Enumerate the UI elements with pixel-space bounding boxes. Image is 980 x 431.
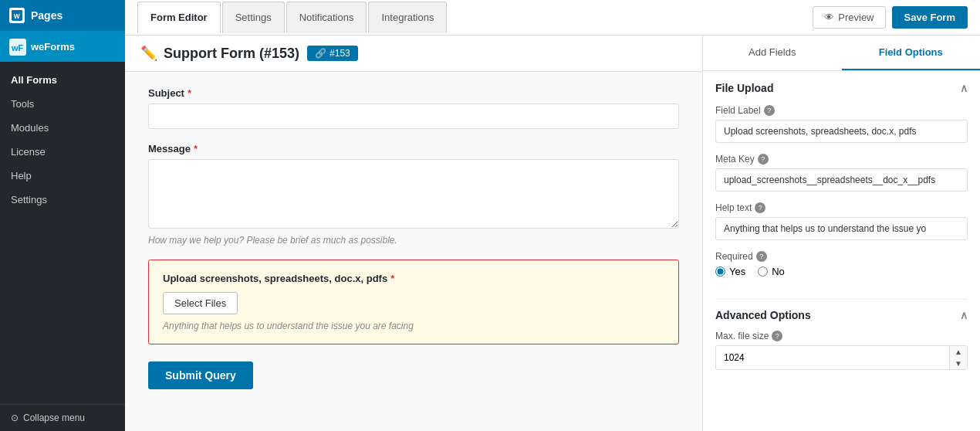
meta-key-help-icon[interactable]: ? [758, 154, 769, 165]
form-title: ✏️ Support Form (#153) [140, 45, 299, 62]
sidebar-pages[interactable]: W Pages [0, 0, 125, 31]
section-collapse-icon[interactable]: ∧ [960, 82, 968, 94]
subject-label: Subject * [148, 87, 679, 99]
tab-notifications[interactable]: Notifications [286, 2, 367, 33]
required-label: Required ? [715, 251, 968, 262]
max-file-size-label: Max. file size ? [715, 331, 968, 341]
collapse-icon: ⊙ [11, 412, 19, 423]
help-text-input[interactable] [715, 217, 968, 240]
field-label-help-icon[interactable]: ? [764, 105, 775, 116]
meta-key-label: Meta Key ? [715, 154, 968, 165]
help-text-help-icon[interactable]: ? [755, 202, 765, 213]
spinner-down-button[interactable]: ▼ [950, 358, 967, 369]
message-required-star: * [194, 143, 198, 154]
panel-tabs: Add Fields Field Options [703, 36, 980, 71]
sidebar: W Pages wF weForms All Forms Tools Modul… [0, 0, 125, 431]
help-text-label: Help text ? [715, 202, 968, 213]
tab-settings[interactable]: Settings [222, 2, 285, 33]
meta-key-group: Meta Key ? [715, 154, 968, 192]
tab-field-options[interactable]: Field Options [842, 36, 981, 70]
sidebar-item-settings[interactable]: Settings [0, 188, 125, 212]
field-options-section: File Upload ∧ Field Label ? Meta Key ? [703, 71, 980, 299]
max-file-size-input-wrap: ▲ ▼ [715, 345, 968, 370]
form-header: ✏️ Support Form (#153) 🔗 #153 [125, 36, 702, 72]
field-label-input[interactable] [715, 120, 968, 143]
preview-eye-icon: 👁 [824, 12, 834, 23]
message-helper: How may we help you? Please be brief as … [148, 235, 679, 246]
form-canvas: Subject * Message * How may we help you?… [125, 72, 702, 405]
message-label: Message * [148, 143, 679, 154]
sidebar-nav: All Forms Tools Modules License Help Set… [0, 62, 125, 404]
edit-pencil-icon: ✏️ [140, 45, 157, 62]
top-nav-actions: 👁 Preview Save Form [813, 6, 968, 29]
message-field-group: Message * How may we help you? Please be… [148, 143, 679, 246]
message-textarea[interactable] [148, 159, 679, 229]
tab-add-fields[interactable]: Add Fields [703, 36, 842, 70]
right-panel: Add Fields Field Options File Upload ∧ F… [702, 36, 980, 431]
top-nav: Form Editor Settings Notifications Integ… [125, 0, 980, 36]
svg-text:wF: wF [11, 43, 24, 53]
tab-integrations[interactable]: Integrations [368, 2, 447, 33]
spinner-up-button[interactable]: ▲ [950, 346, 967, 358]
required-no-radio[interactable] [758, 266, 768, 277]
meta-key-input[interactable] [715, 168, 968, 192]
pages-label: Pages [31, 9, 63, 22]
file-upload-required-star: * [390, 273, 394, 284]
main-area: Form Editor Settings Notifications Integ… [125, 0, 980, 431]
max-file-size-group: Max. file size ? ▲ ▼ [715, 331, 968, 370]
collapse-label: Collapse menu [23, 412, 85, 423]
help-text-group: Help text ? [715, 202, 968, 240]
tab-form-editor[interactable]: Form Editor [137, 2, 221, 33]
file-upload-helper: Anything that helps us to understand the… [163, 321, 664, 331]
field-label-label: Field Label ? [715, 105, 968, 116]
required-no-option[interactable]: No [758, 266, 785, 277]
sidebar-item-tools[interactable]: Tools [0, 92, 125, 116]
svg-text:W: W [14, 12, 20, 20]
form-id-badge[interactable]: 🔗 #153 [307, 46, 358, 61]
max-file-size-input[interactable] [716, 346, 949, 369]
save-form-button[interactable]: Save Form [892, 6, 968, 29]
form-area: ✏️ Support Form (#153) 🔗 #153 Subject * [125, 36, 702, 431]
select-files-button[interactable]: Select Files [163, 292, 238, 314]
weforms-icon: wF [9, 39, 25, 54]
required-yes-radio[interactable] [715, 266, 725, 277]
sidebar-item-all-forms[interactable]: All Forms [0, 68, 125, 92]
subject-field-group: Subject * [148, 87, 679, 129]
required-yes-option[interactable]: Yes [715, 266, 745, 277]
file-upload-label: Upload screenshots, spreadsheets, doc.x,… [163, 273, 664, 284]
submit-button[interactable]: Submit Query [148, 361, 253, 389]
link-icon: 🔗 [315, 48, 326, 59]
wp-logo-icon: W [9, 8, 25, 23]
advanced-header: Advanced Options ∧ [715, 299, 968, 331]
required-group: Required ? Yes No [715, 251, 968, 277]
subject-required-star: * [188, 87, 191, 99]
sidebar-brand[interactable]: wF weForms [0, 31, 125, 62]
max-file-size-help-icon[interactable]: ? [772, 331, 782, 341]
file-upload-field[interactable]: Upload screenshots, spreadsheets, doc.x,… [148, 260, 679, 344]
advanced-collapse-icon[interactable]: ∧ [960, 309, 968, 321]
collapse-menu-button[interactable]: ⊙ Collapse menu [0, 404, 125, 431]
section-header: File Upload ∧ [715, 82, 968, 94]
preview-button[interactable]: 👁 Preview [813, 6, 885, 29]
number-spinners: ▲ ▼ [949, 346, 967, 369]
field-label-group: Field Label ? [715, 105, 968, 143]
sidebar-item-license[interactable]: License [0, 140, 125, 164]
sidebar-item-modules[interactable]: Modules [0, 116, 125, 140]
required-help-icon[interactable]: ? [756, 251, 767, 262]
subject-input[interactable] [148, 104, 679, 129]
required-options: Yes No [715, 266, 968, 277]
sidebar-item-help[interactable]: Help [0, 164, 125, 188]
advanced-options-section: Advanced Options ∧ Max. file size ? ▲ ▼ [703, 299, 980, 392]
content-area: ✏️ Support Form (#153) 🔗 #153 Subject * [125, 36, 980, 431]
brand-label: weForms [31, 41, 75, 53]
